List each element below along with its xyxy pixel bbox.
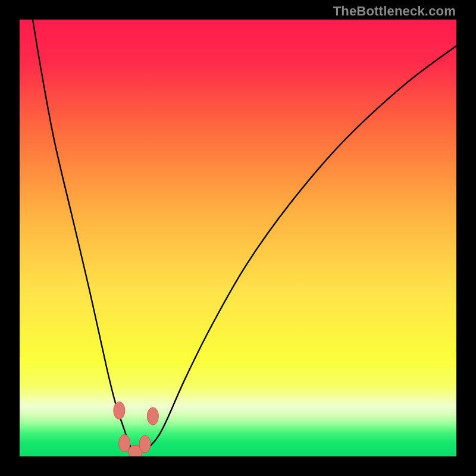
curve-bead (147, 408, 158, 425)
curve-bead (139, 436, 151, 453)
curve-bead (114, 402, 125, 419)
plot-area (20, 20, 456, 456)
curve-bead (119, 434, 130, 452)
chart-stage: TheBottleneck.com (0, 0, 476, 476)
watermark-label: TheBottleneck.com (333, 4, 456, 19)
bottleneck-curve (20, 20, 456, 456)
curve-path (33, 20, 456, 452)
curve-beads (114, 402, 159, 456)
